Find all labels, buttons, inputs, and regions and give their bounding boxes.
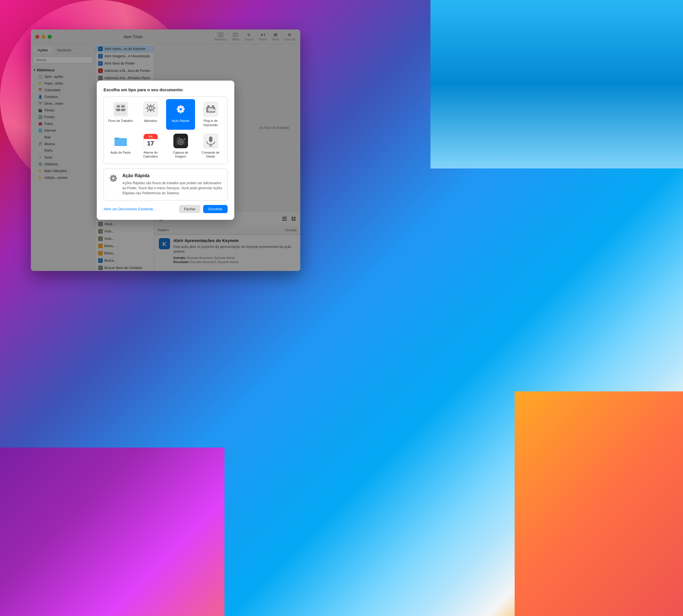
calendar-icon: JUL 17 [143,134,158,148]
imagecapture-label: Captura de Imagem [168,151,193,159]
main-window: Sem Título Biblioteca Mídi [31,29,300,271]
modal-overlay: Escolha um tipo para o seu documento: WF… [31,29,300,271]
svg-rect-53 [207,105,210,108]
workflow-icon: WFLOW [113,102,128,116]
app-label: Aplicativo [144,119,157,123]
svg-point-55 [213,110,215,111]
doc-type-workflow[interactable]: WFLOW Fluxo de Trabalho [106,99,135,130]
doc-type-dictation[interactable]: Comando de Ditado [196,131,225,161]
folder-label: Ação de Pasta [111,151,131,154]
plugin-label: Plug-in de Impressão [198,119,223,127]
cancel-button[interactable]: Fechar [179,205,200,213]
svg-rect-24 [117,105,120,108]
svg-point-61 [179,140,182,143]
imagecapture-icon [174,134,188,148]
doc-type-quickaction[interactable]: Ação Rápida [166,99,195,130]
doc-type-calendar[interactable]: JUL 17 Alarme do Calendário [136,131,165,161]
doc-type-app[interactable]: Aplicativo [136,99,165,130]
desc-text: Ações Rápidas são fluxos de trabalho que… [122,180,223,196]
svg-rect-54 [212,105,214,108]
svg-rect-45 [177,108,179,110]
svg-rect-26 [117,109,120,111]
svg-rect-73 [110,177,112,179]
modal-action-buttons: Fechar Escolher [179,205,228,213]
desc-gear-icon [108,173,118,183]
svg-rect-42 [180,105,182,107]
app-icon [143,102,158,116]
description-box: Ação Rápida Ações Rápidas são fluxos de … [104,169,228,200]
doc-type-plugin[interactable]: Plug-in de Impressão [196,99,225,130]
svg-rect-72 [115,177,117,179]
desc-title: Ação Rápida [122,173,223,178]
doc-type-folder[interactable]: Ação de Pasta [106,131,135,161]
svg-rect-70 [113,175,114,177]
svg-rect-65 [209,136,212,142]
svg-point-63 [184,138,185,139]
workflow-label: Fluxo de Trabalho [108,119,133,123]
svg-point-69 [112,177,114,179]
svg-rect-52 [208,108,213,111]
plugin-icon [203,102,218,116]
svg-rect-25 [121,105,124,108]
calendar-label: Alarme do Calendário [138,151,163,159]
document-type-modal: Escolha um tipo para o seu documento: WF… [97,81,234,220]
svg-rect-44 [183,108,185,110]
svg-rect-57 [114,139,127,146]
description-content: Ação Rápida Ações Rápidas são fluxos de … [122,173,223,196]
dictation-label: Comando de Ditado [198,151,223,159]
quickaction-label: Ação Rápida [172,119,189,123]
doc-type-imagecapture[interactable]: Captura de Imagem [166,131,195,161]
svg-rect-62 [177,137,180,139]
modal-footer: Abrir um Documento Existente... Fechar E… [104,205,228,213]
folder-icon [113,134,128,148]
open-document-button[interactable]: Abrir um Documento Existente... [104,207,156,211]
quickaction-icon [174,102,188,116]
svg-rect-71 [113,180,114,182]
svg-point-41 [180,108,182,110]
modal-title: Escolha um tipo para o seu documento: [104,87,228,92]
svg-rect-43 [180,111,182,113]
dictation-icon [203,134,218,148]
doc-type-grid: WFLOW Fluxo de Trabalho [104,96,228,164]
choose-button[interactable]: Escolher [203,205,228,213]
svg-rect-27 [121,109,124,111]
